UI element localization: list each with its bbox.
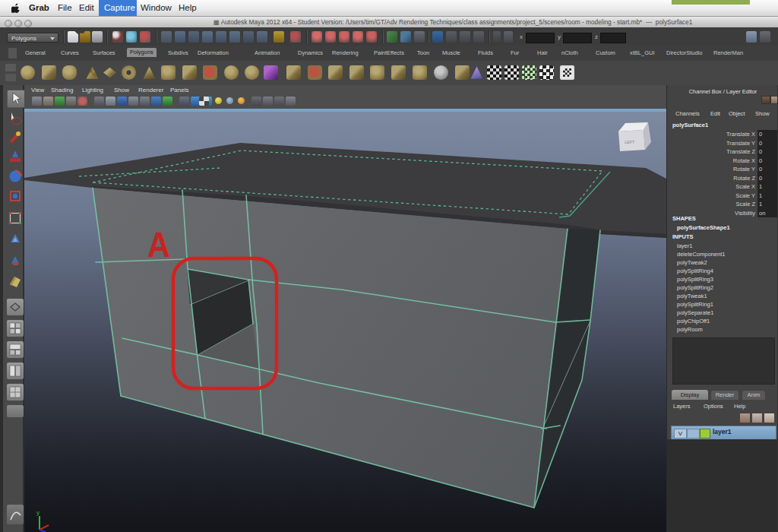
svg-text:y: y (36, 509, 40, 516)
svg-text:A: A (147, 225, 170, 264)
svg-text:LEFT: LEFT (625, 140, 635, 144)
